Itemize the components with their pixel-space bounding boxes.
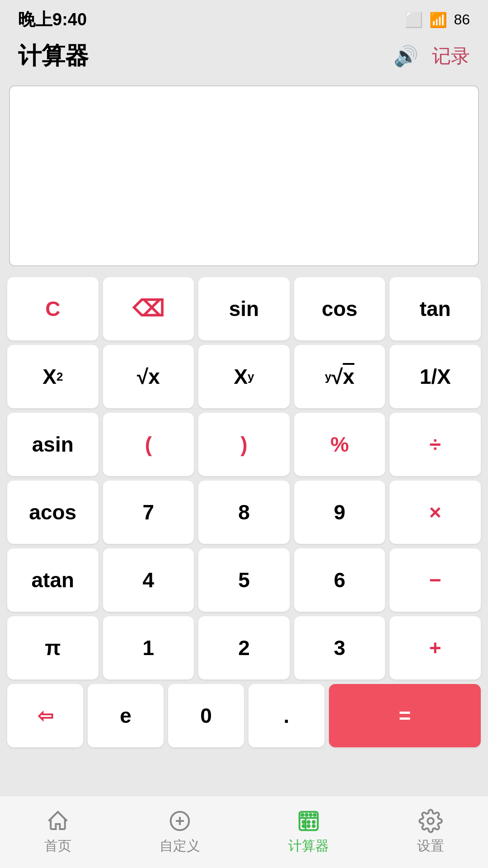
nav-custom[interactable]: 自定义 — [160, 809, 200, 855]
five-button[interactable]: 5 — [198, 548, 290, 612]
tan-button[interactable]: tan — [389, 277, 481, 340]
key-row-7: ⇦ e 0 . = — [7, 684, 481, 747]
asin-button[interactable]: asin — [7, 413, 99, 476]
nav-custom-label: 自定义 — [160, 837, 200, 855]
keypad: C ⌫ sin cos tan X2 √x Xy y√x 1/X asin ( … — [0, 273, 488, 752]
key-row-3: asin ( ) % ÷ — [7, 413, 481, 476]
battery-icon: ⬜ — [405, 11, 423, 28]
nav-settings[interactable]: 设置 — [417, 809, 444, 855]
eight-button[interactable]: 8 — [198, 481, 290, 544]
nav-home-label: 首页 — [44, 837, 71, 855]
nav-settings-label: 设置 — [417, 837, 444, 855]
six-button[interactable]: 6 — [294, 548, 385, 612]
nav-calculator[interactable]: 计算器 — [288, 809, 329, 855]
sqrt-button[interactable]: √x — [103, 345, 194, 408]
power-button[interactable]: Xy — [198, 345, 290, 408]
three-button[interactable]: 3 — [294, 616, 385, 679]
equals-button[interactable]: = — [329, 684, 481, 747]
close-paren-button[interactable]: ) — [198, 413, 290, 476]
nthroot-button[interactable]: y√x — [294, 345, 385, 408]
backspace-button[interactable]: ⌫ — [103, 277, 194, 340]
svg-point-16 — [427, 818, 434, 824]
svg-point-13 — [305, 814, 308, 816]
svg-point-15 — [314, 814, 316, 816]
battery-level: 86 — [454, 11, 470, 28]
one-button[interactable]: 1 — [103, 616, 194, 679]
nine-button[interactable]: 9 — [294, 481, 385, 544]
key-row-2: X2 √x Xy y√x 1/X — [7, 345, 481, 408]
euler-button[interactable]: e — [88, 684, 164, 747]
reciprocal-button[interactable]: 1/X — [389, 345, 481, 408]
decimal-button[interactable]: . — [249, 684, 324, 747]
key-row-1: C ⌫ sin cos tan — [7, 277, 481, 340]
svg-point-10 — [313, 821, 315, 823]
sin-button[interactable]: sin — [198, 277, 290, 340]
svg-point-14 — [310, 814, 312, 816]
key-row-6: π 1 2 3 + — [7, 616, 481, 679]
seven-button[interactable]: 7 — [103, 481, 194, 544]
header: 计算器 🔊 记录 — [0, 36, 488, 81]
acos-button[interactable]: acos — [7, 481, 99, 544]
divide-button[interactable]: ÷ — [389, 413, 481, 476]
clear-button[interactable]: C — [7, 277, 99, 340]
pi-button[interactable]: π — [7, 616, 99, 679]
nav-home[interactable]: 首页 — [44, 809, 71, 855]
key-row-5: atan 4 5 6 − — [7, 548, 481, 612]
svg-point-6 — [302, 821, 305, 823]
open-paren-button[interactable]: ( — [103, 413, 194, 476]
status-bar: 晚上9:40 ⬜ 📶 86 — [0, 0, 488, 36]
display-area — [9, 85, 479, 266]
nav-calculator-label: 计算器 — [288, 837, 329, 855]
sound-button[interactable]: 🔊 — [394, 44, 418, 68]
percent-button[interactable]: % — [294, 413, 385, 476]
svg-point-9 — [307, 825, 310, 827]
key-row-4: acos 7 8 9 × — [7, 481, 481, 544]
back-button[interactable]: ⇦ — [7, 684, 83, 747]
subtract-button[interactable]: − — [389, 548, 481, 612]
header-actions: 🔊 记录 — [394, 43, 470, 69]
status-time: 晚上9:40 — [18, 8, 87, 31]
status-icons: ⬜ 📶 86 — [405, 11, 470, 28]
wifi-icon: 📶 — [429, 11, 447, 28]
svg-point-12 — [301, 814, 304, 816]
bottom-nav: 首页 自定义 计算器 — [0, 796, 488, 868]
two-button[interactable]: 2 — [198, 616, 290, 679]
square-button[interactable]: X2 — [7, 345, 99, 408]
multiply-button[interactable]: × — [389, 481, 481, 544]
svg-point-7 — [302, 825, 305, 827]
record-button[interactable]: 记录 — [432, 43, 470, 69]
svg-point-8 — [307, 821, 310, 823]
zero-button[interactable]: 0 — [168, 684, 244, 747]
app-title: 计算器 — [18, 40, 89, 72]
add-button[interactable]: + — [389, 616, 481, 679]
four-button[interactable]: 4 — [103, 548, 194, 612]
atan-button[interactable]: atan — [7, 548, 99, 612]
svg-point-11 — [313, 825, 315, 827]
cos-button[interactable]: cos — [294, 277, 385, 340]
